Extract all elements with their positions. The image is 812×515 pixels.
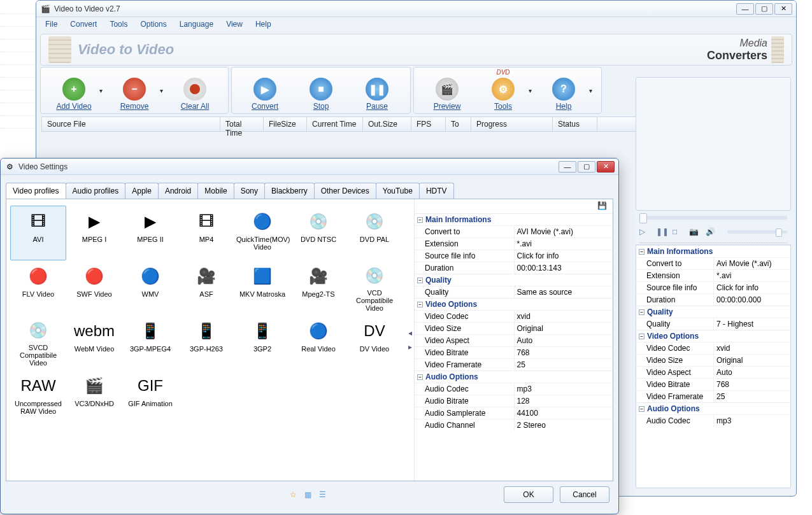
tab-audio-profiles[interactable]: Audio profiles [66,183,126,199]
collapse-icon[interactable]: − [417,374,423,380]
menu-options[interactable]: Options [135,18,171,30]
profile-mp4[interactable]: 🎞MP4 [178,206,234,260]
property-row[interactable]: Audio Samplerate44100 [415,407,613,419]
play-button[interactable]: ▷ [639,227,651,236]
dialog-minimize-button[interactable]: — [559,161,576,173]
menu-tools[interactable]: Tools [104,18,132,30]
tab-apple[interactable]: Apple [125,183,159,199]
volume-slider[interactable] [727,230,787,234]
property-row[interactable]: Video AspectAuto [636,366,790,378]
seek-slider[interactable] [639,216,787,220]
collapse-icon[interactable]: − [639,406,645,412]
pause-button[interactable]: ❚❚ [656,227,667,236]
section-header[interactable]: −Main Informations [415,213,613,225]
property-row[interactable]: Convert toAVI Movie (*.avi) [415,225,613,237]
property-row[interactable]: Audio Channel2 Stereo [415,419,613,431]
profile-3gp-h263[interactable]: 📱3GP-H263 [178,315,234,370]
profile-dvd-pal[interactable]: 💿DVD PAL [346,206,402,260]
menu-view[interactable]: View [221,18,248,30]
section-header[interactable]: −Video Options [636,330,790,342]
profile-uncompressed-raw-video[interactable]: RAWUncompressed RAW Video [10,370,66,425]
tab-sony[interactable]: Sony [234,183,265,199]
profile-mkv-matroska[interactable]: 🟦MKV Matroska [234,260,290,315]
list-view-icon[interactable]: ☰ [319,490,326,499]
property-row[interactable]: Video Codecxvid [415,310,613,322]
toolbar-preview[interactable]: 🎬Preview [419,70,475,111]
snapshot-button[interactable]: 📷 [689,227,701,236]
toolbar-stop[interactable]: ■Stop [293,70,349,111]
section-header[interactable]: −Quality [415,274,613,286]
collapse-icon[interactable]: − [417,302,423,307]
collapse-icon[interactable]: − [639,309,645,315]
column-header[interactable]: Source File [42,117,220,131]
stop-button[interactable]: □ [673,227,684,236]
profile-avi[interactable]: 🎞AVI [10,206,66,260]
profile-real-video[interactable]: 🔵Real Video [290,315,346,370]
property-row[interactable]: Video AspectAuto [415,334,613,346]
tab-android[interactable]: Android [158,183,198,199]
maximize-button[interactable]: ▢ [755,3,773,15]
property-row[interactable]: Source file infoClick for info [636,281,790,293]
column-header[interactable]: Current Time [307,117,363,131]
cancel-button[interactable]: Cancel [560,486,609,503]
property-row[interactable]: Audio Codecmp3 [636,414,790,427]
tab-mobile[interactable]: Mobile [197,183,234,199]
profile-mpeg2-ts[interactable]: 🎥Mpeg2-TS [290,260,346,315]
property-row[interactable]: Audio Codecmp3 [415,383,613,395]
profile-dv-video[interactable]: DVDV Video [346,315,402,370]
toolbar-remove[interactable]: −Remove [106,70,162,111]
property-row[interactable]: Audio Bitrate128 [415,395,613,407]
profile-gif-animation[interactable]: GIFGIF Animation [122,370,178,425]
column-header[interactable]: Total Time [220,117,264,131]
dropdown-arrow-icon[interactable]: ▾ [529,87,532,94]
profile-vc3-dnxhd[interactable]: 🎬VC3/DNxHD [66,370,122,425]
tab-youtube[interactable]: YouTube [376,183,420,199]
property-row[interactable]: Video SizeOriginal [415,322,613,334]
profile-quicktime-mov-video[interactable]: 🔵QuickTime(MOV) Video [234,206,290,260]
section-header[interactable]: −Main Informations [636,245,790,257]
profile-wmv[interactable]: 🔵WMV [122,260,178,315]
column-header[interactable]: Progress [471,117,553,131]
property-row[interactable]: QualitySame as source [415,286,613,298]
profile-3gp-mpeg4[interactable]: 📱3GP-MPEG4 [122,315,178,370]
profile-webm-video[interactable]: webmWebM Video [66,315,122,370]
collapse-icon[interactable]: − [417,278,423,283]
ok-button[interactable]: OK [504,486,553,503]
toolbar-help[interactable]: ?Help [536,70,592,111]
property-row[interactable]: Video Bitrate768 [415,346,613,358]
property-row[interactable]: Duration00:00:00.000 [636,293,790,306]
tab-blackberry[interactable]: Blackberry [264,183,315,199]
section-header[interactable]: −Audio Options [415,370,613,383]
profile-3gp2[interactable]: 📱3GP2 [234,315,290,370]
dropdown-arrow-icon[interactable]: ▾ [589,87,592,94]
profile-asf[interactable]: 🎥ASF [178,260,234,315]
property-row[interactable]: Video Bitrate768 [636,378,790,390]
property-row[interactable]: Quality7 - Highest [636,318,790,330]
profile-vcd-compatibile-video[interactable]: 💿VCD Compatibile Video [346,260,402,315]
profile-dvd-ntsc[interactable]: 💿DVD NTSC [290,206,346,260]
collapse-icon[interactable]: − [639,249,645,255]
column-header[interactable]: FileSize [264,117,307,131]
menu-help[interactable]: Help [250,18,276,30]
profile-mpeg-i[interactable]: ▶MPEG I [66,206,122,260]
property-row[interactable]: Video Framerate25 [636,390,790,402]
toolbar-add-video[interactable]: +Add Video [46,70,102,111]
dropdown-arrow-icon[interactable]: ▾ [160,87,163,94]
toolbar-convert[interactable]: ▶Convert [237,70,293,111]
menu-language[interactable]: Language [175,18,218,30]
section-header[interactable]: −Audio Options [636,402,790,414]
column-header[interactable]: FPS [411,117,446,131]
tab-other-devices[interactable]: Other Devices [314,183,376,199]
scroll-buttons[interactable]: ◂▸ [406,199,414,481]
property-row[interactable]: Video Framerate25 [415,358,613,370]
profile-swf-video[interactable]: 🔴SWF Video [66,260,122,315]
toolbar-tools[interactable]: DVD⚙Tools [475,70,531,111]
section-header[interactable]: −Quality [636,306,790,318]
collapse-icon[interactable]: − [639,334,645,339]
toolbar-clear-all[interactable]: Clear All [167,70,223,111]
toolbar-pause[interactable]: ❚❚Pause [349,70,405,111]
section-header[interactable]: −Video Options [415,298,613,310]
volume-icon[interactable]: 🔊 [706,227,717,236]
column-header[interactable]: To [446,117,471,131]
property-row[interactable]: Video SizeOriginal [636,354,790,366]
